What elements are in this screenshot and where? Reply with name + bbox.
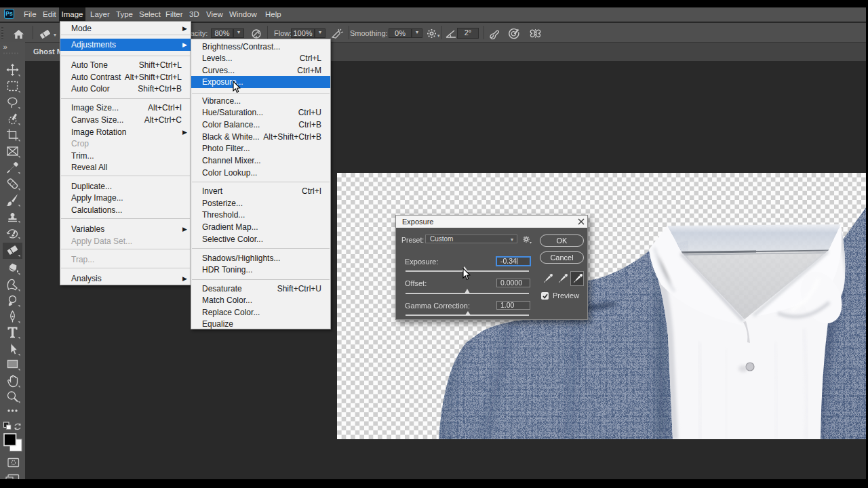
svg-text:»: » <box>3 43 7 51</box>
